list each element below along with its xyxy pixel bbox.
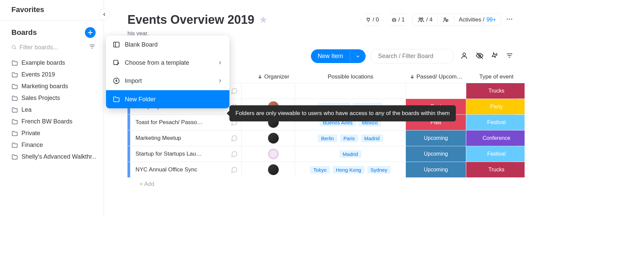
sidebar-board-item[interactable]: French BW Boards: [11, 116, 96, 127]
svg-point-9: [419, 18, 421, 19]
table-row[interactable]: NYC Annual Office SyncTokyoHong KongSydn…: [127, 162, 515, 177]
sidebar: Favorites Boards Example boardsEvents 20…: [0, 0, 104, 218]
type-cell[interactable]: Trucks: [466, 83, 525, 99]
sidebar-board-item[interactable]: Shelly's Advanced Walkthr…: [11, 151, 96, 162]
collapse-sidebar-button[interactable]: [99, 9, 110, 20]
type-cell[interactable]: Trucks: [466, 162, 525, 177]
chat-icon[interactable]: [230, 87, 238, 95]
chat-icon[interactable]: [230, 166, 238, 173]
new-item-dropdown[interactable]: [350, 51, 366, 62]
guests-button[interactable]: [438, 14, 454, 25]
item-name-cell[interactable]: NYC Annual Office Sync: [130, 162, 241, 177]
more-menu-button[interactable]: [504, 14, 515, 25]
chat-icon[interactable]: [230, 134, 238, 142]
column-header-locations[interactable]: Possible locations: [295, 73, 406, 80]
folder-icon: [11, 130, 18, 137]
filter-toggle-button[interactable]: [89, 43, 96, 51]
item-name-cell[interactable]: Startup for Startups Lau…: [130, 146, 241, 162]
location-tag[interactable]: Hong Kong: [333, 166, 365, 174]
status-cell[interactable]: Upcoming: [406, 130, 466, 146]
hide-columns-button[interactable]: [474, 50, 485, 62]
status-cell[interactable]: Upcoming: [406, 162, 466, 177]
status-cell[interactable]: [406, 83, 466, 99]
type-cell[interactable]: Festival: [466, 115, 525, 130]
plus-icon: [87, 30, 93, 36]
board-item-label: French BW Boards: [21, 118, 72, 125]
sidebar-board-item[interactable]: Example boards: [11, 57, 96, 68]
folder-icon: [11, 83, 18, 90]
favorites-heading: Favorites: [0, 5, 104, 20]
svg-rect-23: [411, 76, 413, 78]
members-badge[interactable]: / 4: [413, 14, 437, 25]
filter-boards-field[interactable]: [11, 44, 86, 51]
column-header-organizer[interactable]: Organizer: [241, 73, 295, 80]
dots-icon: [506, 15, 513, 23]
locations-cell[interactable]: Madrid: [295, 146, 406, 162]
chat-icon[interactable]: [230, 150, 238, 158]
search-board-input[interactable]: [370, 49, 454, 63]
eye-off-icon: [476, 52, 484, 60]
sidebar-board-item[interactable]: Sales Projects: [11, 93, 96, 104]
svg-point-7: [394, 20, 395, 20]
board-item-label: Marketing boards: [21, 83, 68, 90]
people-icon: [418, 16, 424, 23]
folder-icon: [11, 95, 18, 102]
status-cell[interactable]: Upcoming: [406, 146, 466, 162]
board-item-label: Sales Projects: [21, 95, 60, 102]
table-row[interactable]: Marketing MeetupBerlinParisMadridUpcomin…: [127, 130, 515, 146]
type-cell[interactable]: Festival: [466, 146, 525, 162]
table-row[interactable]: Startup for Startups Lau…MadridUpcomingF…: [127, 146, 515, 162]
activities-button[interactable]: Activities / 99+: [454, 14, 501, 25]
new-item-button[interactable]: New Item: [311, 49, 366, 63]
locations-cell[interactable]: [295, 83, 406, 99]
location-tag[interactable]: Madrid: [361, 134, 383, 142]
organizer-cell[interactable]: [241, 162, 295, 177]
filter-boards-input[interactable]: [19, 44, 86, 51]
organizer-cell[interactable]: [241, 83, 295, 99]
organizer-cell[interactable]: [241, 146, 295, 162]
automations-badge[interactable]: / 1: [387, 14, 409, 26]
menu-item-template[interactable]: Choose from a template: [106, 54, 229, 72]
column-header-type[interactable]: Type of event: [466, 73, 525, 80]
lock-icon: [410, 74, 415, 79]
menu-item-import[interactable]: Import: [106, 72, 229, 90]
svg-line-1: [15, 48, 16, 49]
location-tag[interactable]: Madrid: [339, 150, 362, 158]
location-tag[interactable]: Tokyo: [310, 166, 330, 174]
folder-icon: [113, 96, 120, 103]
locations-cell[interactable]: BerlinParisMadrid: [295, 130, 406, 146]
folder-icon: [11, 118, 18, 125]
organizer-cell[interactable]: [241, 130, 295, 146]
sidebar-board-item[interactable]: Lea: [11, 104, 96, 115]
item-name-cell[interactable]: Marketing Meetup: [130, 130, 241, 146]
location-tag[interactable]: Berlin: [318, 134, 337, 142]
integrations-badge[interactable]: / 0: [361, 14, 383, 26]
person-filter-button[interactable]: [459, 50, 470, 62]
type-cell[interactable]: Party: [466, 99, 525, 114]
filter-button[interactable]: [504, 51, 515, 62]
locations-cell[interactable]: TokyoHong KongSydney: [295, 162, 406, 177]
automations-count: / 1: [398, 16, 405, 23]
svg-point-14: [509, 18, 510, 20]
add-item-row[interactable]: + Add: [127, 177, 515, 191]
board-icon: [113, 41, 120, 48]
add-board-button[interactable]: [85, 27, 96, 38]
svg-point-15: [511, 18, 513, 20]
pin-button[interactable]: [490, 51, 500, 62]
location-tag[interactable]: Paris: [340, 134, 358, 142]
type-cell[interactable]: Conference: [466, 130, 525, 146]
svg-point-10: [421, 18, 423, 19]
avatar: [268, 133, 279, 144]
star-icon[interactable]: [259, 15, 268, 24]
item-name-cell[interactable]: Toast for Pesach/ Passo…: [130, 115, 241, 130]
add-item-label: + Add: [130, 181, 154, 187]
sidebar-board-item[interactable]: Private: [11, 128, 96, 139]
sidebar-board-item[interactable]: Events 2019: [11, 69, 96, 80]
column-header-status[interactable]: Passed/ Upcom…: [406, 73, 466, 80]
template-icon: [113, 59, 120, 66]
sidebar-board-item[interactable]: Marketing boards: [11, 81, 96, 92]
location-tag[interactable]: Sydney: [367, 166, 391, 174]
menu-item-new-folder[interactable]: New Folder: [106, 90, 229, 108]
menu-item-blank-board[interactable]: Blank Board: [106, 36, 229, 54]
sidebar-board-item[interactable]: Finance: [11, 140, 96, 151]
